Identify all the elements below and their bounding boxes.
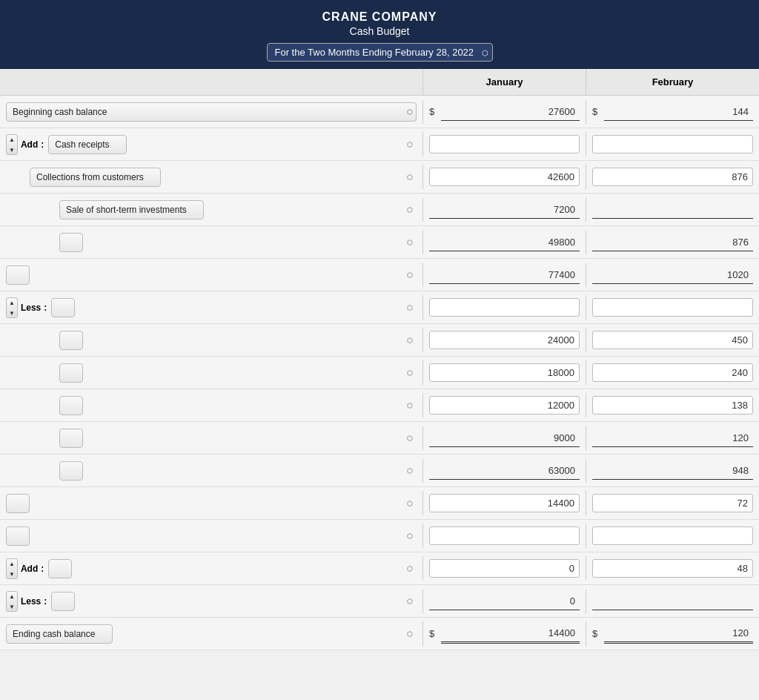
jan-add-financing-input[interactable] xyxy=(429,559,580,578)
feb-disbursement2-input[interactable] xyxy=(592,363,753,382)
less-financing-select-wrapper[interactable] xyxy=(51,592,417,611)
header: CRANE COMPANY Cash Budget For the Two Mo… xyxy=(0,0,759,69)
total-available-select[interactable] xyxy=(6,265,30,285)
less-select-wrapper[interactable] xyxy=(51,298,417,317)
jan-cash-receipts-input[interactable] xyxy=(429,135,580,153)
add-financing-stepper-up[interactable]: ▲ xyxy=(7,559,17,569)
feb-ending-cash-input[interactable] xyxy=(604,624,753,644)
subtotal1-select-wrapper[interactable] xyxy=(59,233,417,252)
total-disb-select-wrapper[interactable] xyxy=(59,461,417,481)
feb-total-disb-input[interactable] xyxy=(592,462,753,480)
feb-short-term-input[interactable] xyxy=(592,201,753,219)
disbursement3-select[interactable] xyxy=(59,396,83,415)
feb-beginning-cash-input[interactable] xyxy=(604,103,753,121)
jan-disbursement3-input[interactable] xyxy=(429,396,580,415)
feb-add-financing-input[interactable] xyxy=(592,559,753,578)
total-disb-select[interactable] xyxy=(59,461,83,481)
add-financing-stepper-down[interactable]: ▼ xyxy=(7,569,17,579)
less-stepper-up[interactable]: ▲ xyxy=(7,298,17,308)
subtotal1-label-cell xyxy=(0,230,422,255)
beginning-cash-select-wrapper[interactable]: Beginning cash balance xyxy=(6,102,417,122)
feb-subtotal1-input[interactable] xyxy=(592,234,753,251)
february-header: February xyxy=(586,69,759,95)
jan-disbursement2-input[interactable] xyxy=(429,363,580,382)
jan-subtotal1-input[interactable] xyxy=(429,234,580,251)
jan-blank-input[interactable] xyxy=(429,526,580,545)
add-financing-label-cell: ▲ ▼ Add : xyxy=(0,555,422,582)
excess-select[interactable] xyxy=(6,494,30,513)
row-add-financing: ▲ ▼ Add : xyxy=(0,552,759,585)
jan-less-input[interactable] xyxy=(429,298,580,317)
collections-select-wrapper[interactable]: Collections from customers xyxy=(30,168,417,187)
cash-receipts-select-wrapper[interactable]: Cash receipts xyxy=(48,135,417,154)
disbursement4-select-wrapper[interactable] xyxy=(59,429,417,448)
feb-disbursement4-input[interactable] xyxy=(592,429,753,447)
add-stepper[interactable]: ▲ ▼ xyxy=(6,134,18,155)
stepper-down[interactable]: ▼ xyxy=(7,145,17,155)
feb-collections-input[interactable] xyxy=(592,168,753,186)
short-term-select[interactable]: Sale of short-term investments xyxy=(59,200,204,219)
jan-total-available-input[interactable] xyxy=(429,266,580,284)
feb-beginning-cash-cell: $ xyxy=(586,100,759,124)
jan-disbursement1-input[interactable] xyxy=(429,331,580,349)
jan-excess-input[interactable] xyxy=(429,494,580,512)
blank-select-wrapper[interactable] xyxy=(6,526,417,546)
feb-total-available-input[interactable] xyxy=(592,266,753,284)
ending-cash-select[interactable]: Ending cash balance xyxy=(6,624,113,644)
less-stepper[interactable]: ▲ ▼ xyxy=(6,297,18,318)
total-available-select-wrapper[interactable] xyxy=(6,265,417,285)
feb-less-input[interactable] xyxy=(592,298,753,317)
disbursement3-select-wrapper[interactable] xyxy=(59,396,417,415)
jan-less-financing-input[interactable] xyxy=(429,592,580,610)
short-term-select-wrapper[interactable]: Sale of short-term investments xyxy=(59,200,417,219)
row-subtotal1 xyxy=(0,226,759,259)
total-available-label-cell xyxy=(0,262,422,288)
jan-total-disb-input[interactable] xyxy=(429,462,580,480)
less-financing-stepper[interactable]: ▲ ▼ xyxy=(6,591,18,612)
less-financing-stepper-down[interactable]: ▼ xyxy=(7,602,17,612)
ending-cash-select-wrapper[interactable]: Ending cash balance xyxy=(6,624,417,644)
less-stepper-wrapper: ▲ ▼ Less : xyxy=(6,297,47,318)
disbursement2-select-wrapper[interactable] xyxy=(59,363,417,383)
feb-blank-input[interactable] xyxy=(592,526,753,545)
collections-select[interactable]: Collections from customers xyxy=(30,168,161,187)
feb-cash-receipts-input[interactable] xyxy=(592,135,753,153)
jan-ending-cash-input[interactable] xyxy=(441,624,580,644)
less-financing-stepper-up[interactable]: ▲ xyxy=(7,592,17,602)
feb-excess-cell xyxy=(586,491,759,515)
row-beginning-cash: Beginning cash balance $ $ xyxy=(0,96,759,128)
disbursement4-select[interactable] xyxy=(59,429,83,448)
add-financing-select[interactable] xyxy=(48,559,72,578)
feb-dollar-sign: $ xyxy=(592,106,601,117)
blank-select[interactable] xyxy=(6,526,30,546)
jan-collections-input[interactable] xyxy=(429,168,580,186)
jan-disbursement4-input[interactable] xyxy=(429,429,580,447)
feb-disbursement1-input[interactable] xyxy=(592,331,753,349)
feb-less-financing-input[interactable] xyxy=(592,592,753,610)
jan-collections-cell xyxy=(422,165,586,189)
feb-add-financing-cell xyxy=(586,556,759,581)
jan-short-term-input[interactable] xyxy=(429,201,580,219)
period-select[interactable]: For the Two Months Ending February 28, 2… xyxy=(267,43,493,62)
row-short-term: Sale of short-term investments xyxy=(0,194,759,226)
subtotal1-select[interactable] xyxy=(59,233,83,252)
jan-total-disb-cell xyxy=(422,459,586,483)
feb-total-disb-cell xyxy=(586,459,759,483)
less-stepper-down[interactable]: ▼ xyxy=(7,308,17,318)
feb-disbursement3-input[interactable] xyxy=(592,396,753,415)
add-financing-select-wrapper[interactable] xyxy=(48,559,417,578)
disbursement1-select-wrapper[interactable] xyxy=(59,331,417,350)
jan-beginning-cash-input[interactable] xyxy=(441,103,580,121)
excess-select-wrapper[interactable] xyxy=(6,494,417,513)
less-financing-select[interactable] xyxy=(51,592,75,611)
less-select[interactable] xyxy=(51,298,75,317)
disbursement1-select[interactable] xyxy=(59,331,83,350)
feb-excess-input[interactable] xyxy=(592,494,753,512)
add-financing-stepper[interactable]: ▲ ▼ xyxy=(6,558,18,579)
disbursement2-select[interactable] xyxy=(59,363,83,383)
row-ending-cash: Ending cash balance $ $ xyxy=(0,618,759,650)
beginning-cash-select[interactable]: Beginning cash balance xyxy=(6,102,417,122)
cash-receipts-select[interactable]: Cash receipts xyxy=(48,135,127,154)
short-term-label-cell: Sale of short-term investments xyxy=(0,197,422,222)
stepper-up[interactable]: ▲ xyxy=(7,135,17,145)
